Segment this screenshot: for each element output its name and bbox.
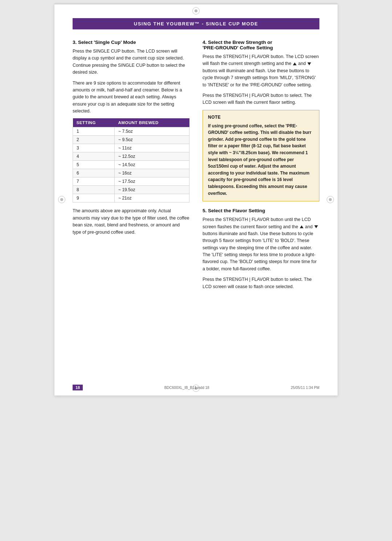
note-text: If using pre-ground coffee, select the '… xyxy=(208,123,314,197)
section3-para3: The amounts above are approximate only. … xyxy=(73,208,189,236)
table-row: 6~ 16oz xyxy=(73,169,189,177)
table-cell-amount: ~ 21oz xyxy=(115,194,189,202)
section4-para2: Press the STRENGTH | FLAVOR button to se… xyxy=(203,92,319,106)
arrow-down-icon-2 xyxy=(314,225,318,228)
section5-para1-text1: Press the STRENGTH | FLAVOR button until… xyxy=(203,217,311,229)
table-row: 5~ 14.5oz xyxy=(73,161,189,169)
table-row: 3~ 11oz xyxy=(73,144,189,152)
note-box: NOTE If using pre-ground coffee, select … xyxy=(203,110,319,202)
table-cell-amount: ~ 16oz xyxy=(115,169,189,177)
table-row: 9~ 21oz xyxy=(73,194,189,202)
section5-and-text: and xyxy=(305,224,313,229)
table-cell-amount: ~ 17.5oz xyxy=(115,177,189,186)
section5-para1: Press the STRENGTH | FLAVOR button until… xyxy=(203,216,319,272)
arrow-up-icon-1 xyxy=(293,62,297,65)
corner-decoration-top xyxy=(192,7,200,15)
table-header-amount: AMOUNT BREWED xyxy=(115,118,189,127)
table-cell-setting: 6 xyxy=(73,169,115,177)
section5-para2: Press the STRENGTH | FLAVOR button to se… xyxy=(203,276,319,290)
page-header: USING THE YOUBREW™ - SINGLE CUP MODE xyxy=(73,18,319,29)
table-row: 8~ 19.5oz xyxy=(73,186,189,194)
section4-and-text: and xyxy=(298,61,306,66)
table-cell-setting: 8 xyxy=(73,186,115,194)
section5-para1-text2: buttons illuminate and flash. Use these … xyxy=(203,231,317,271)
section4-heading-line2: 'PRE-GROUND' Coffee Setting xyxy=(203,45,273,50)
brew-settings-table: SETTING AMOUNT BREWED 1~ 7.5oz2~ 9.5oz3~… xyxy=(73,118,189,202)
section4-heading-line1: 4. Select the Brew Strength or xyxy=(203,40,272,45)
table-cell-amount: ~ 11oz xyxy=(115,144,189,152)
table-row: 7~ 17.5oz xyxy=(73,177,189,186)
page: USING THE YOUBREW™ - SINGLE CUP MODE 3. … xyxy=(54,4,338,395)
section4-para1-text2: buttons will illuminate and flash. Use t… xyxy=(203,68,316,87)
table-cell-setting: 5 xyxy=(73,161,115,169)
table-cell-amount: ~ 9.5oz xyxy=(115,136,189,144)
table-cell-setting: 9 xyxy=(73,194,115,202)
table-cell-amount: ~ 12.5oz xyxy=(115,152,189,161)
table-cell-setting: 4 xyxy=(73,152,115,161)
table-cell-setting: 2 xyxy=(73,136,115,144)
table-header-setting: SETTING xyxy=(73,118,115,127)
section3-para2: There are 9 size options to accommodate … xyxy=(73,80,189,115)
table-row: 1~ 7.5oz xyxy=(73,127,189,136)
arrow-up-icon-2 xyxy=(300,225,303,228)
section4-heading: 4. Select the Brew Strength or 'PRE-GROU… xyxy=(203,40,319,50)
table-cell-setting: 1 xyxy=(73,127,115,136)
table-cell-amount: ~ 14.5oz xyxy=(115,161,189,169)
table-cell-amount: ~ 19.5oz xyxy=(115,186,189,194)
table-cell-amount: ~ 7.5oz xyxy=(115,127,189,136)
page-number-box: 18 xyxy=(73,385,83,390)
section4-para1: Press the STRENGTH | FLAVOR button. The … xyxy=(203,53,319,89)
table-cell-setting: 3 xyxy=(73,144,115,152)
page-footer: 18 BDC600XL_IB_B11.indd 18 25/05/11 1:34… xyxy=(54,385,338,390)
footer-filename: BDC600XL_IB_B11.indd 18 xyxy=(164,386,209,390)
corner-decoration-left xyxy=(58,196,65,203)
section3-heading: 3. Select 'Single Cup' Mode xyxy=(73,40,189,45)
table-cell-setting: 7 xyxy=(73,177,115,186)
left-column: 3. Select 'Single Cup' Mode Press the SI… xyxy=(73,40,189,294)
table-row: 2~ 9.5oz xyxy=(73,136,189,144)
content-columns: 3. Select 'Single Cup' Mode Press the SI… xyxy=(73,40,319,294)
right-column: 4. Select the Brew Strength or 'PRE-GROU… xyxy=(203,40,319,294)
footer-date: 25/05/11 1:34 PM xyxy=(291,386,319,390)
corner-decoration-right xyxy=(327,196,334,203)
section3-para1: Press the SINGLE CUP button. The LCD scr… xyxy=(73,48,189,76)
note-title: NOTE xyxy=(208,115,314,120)
arrow-down-icon-1 xyxy=(307,62,311,65)
table-row: 4~ 12.5oz xyxy=(73,152,189,161)
section5-heading: 5. Select the Flavor Setting xyxy=(203,208,319,213)
